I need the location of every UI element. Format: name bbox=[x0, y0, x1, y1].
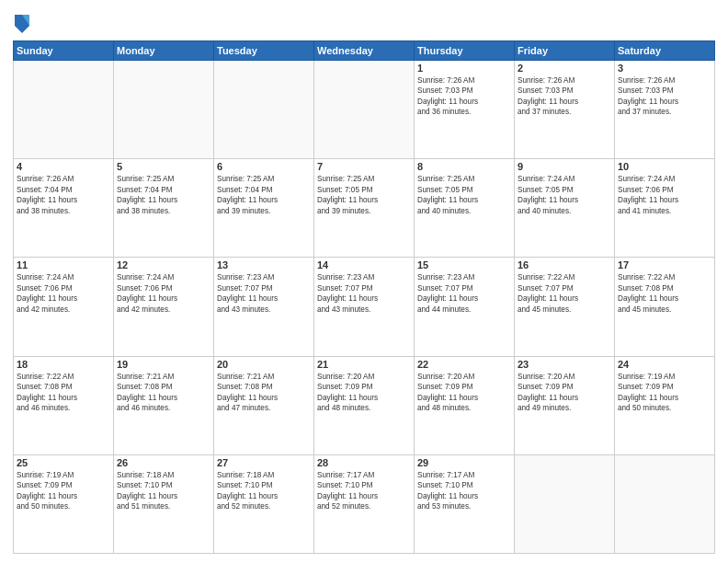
day-number: 22 bbox=[417, 359, 511, 370]
week-row-2: 11Sunrise: 7:24 AM Sunset: 7:06 PM Dayli… bbox=[14, 258, 715, 356]
day-number: 9 bbox=[518, 161, 611, 172]
day-cell-10: 10Sunrise: 7:24 AM Sunset: 7:06 PM Dayli… bbox=[615, 159, 715, 258]
page: SundayMondayTuesdayWednesdayThursdayFrid… bbox=[0, 0, 728, 563]
day-number: 14 bbox=[317, 259, 411, 270]
day-cell-13: 13Sunrise: 7:23 AM Sunset: 7:07 PM Dayli… bbox=[214, 258, 314, 356]
day-info: Sunrise: 7:26 AM Sunset: 7:04 PM Dayligh… bbox=[17, 174, 110, 216]
calendar-table: SundayMondayTuesdayWednesdayThursdayFrid… bbox=[13, 40, 715, 554]
weekday-header-saturday: Saturday bbox=[615, 41, 715, 61]
day-info: Sunrise: 7:18 AM Sunset: 7:10 PM Dayligh… bbox=[217, 470, 311, 512]
weekday-header-friday: Friday bbox=[515, 41, 615, 61]
day-cell-7: 7Sunrise: 7:25 AM Sunset: 7:05 PM Daylig… bbox=[314, 159, 415, 258]
empty-cell bbox=[314, 61, 415, 159]
empty-cell bbox=[14, 61, 114, 159]
day-info: Sunrise: 7:23 AM Sunset: 7:07 PM Dayligh… bbox=[417, 272, 511, 315]
day-cell-4: 4Sunrise: 7:26 AM Sunset: 7:04 PM Daylig… bbox=[14, 159, 114, 258]
day-cell-8: 8Sunrise: 7:25 AM Sunset: 7:05 PM Daylig… bbox=[415, 159, 515, 258]
day-info: Sunrise: 7:19 AM Sunset: 7:09 PM Dayligh… bbox=[17, 470, 110, 512]
week-row-1: 4Sunrise: 7:26 AM Sunset: 7:04 PM Daylig… bbox=[14, 159, 715, 258]
day-number: 6 bbox=[217, 161, 311, 172]
day-cell-20: 20Sunrise: 7:21 AM Sunset: 7:08 PM Dayli… bbox=[214, 356, 314, 454]
day-cell-21: 21Sunrise: 7:20 AM Sunset: 7:09 PM Dayli… bbox=[314, 356, 415, 454]
day-cell-28: 28Sunrise: 7:17 AM Sunset: 7:10 PM Dayli… bbox=[314, 454, 415, 553]
empty-cell bbox=[214, 61, 314, 159]
day-info: Sunrise: 7:24 AM Sunset: 7:06 PM Dayligh… bbox=[17, 272, 110, 315]
empty-cell bbox=[515, 454, 615, 553]
day-cell-29: 29Sunrise: 7:17 AM Sunset: 7:10 PM Dayli… bbox=[415, 454, 515, 553]
weekday-header-thursday: Thursday bbox=[415, 41, 515, 61]
day-number: 1 bbox=[417, 63, 511, 74]
day-number: 12 bbox=[117, 259, 210, 270]
header bbox=[13, 9, 715, 35]
day-cell-12: 12Sunrise: 7:24 AM Sunset: 7:06 PM Dayli… bbox=[114, 258, 214, 356]
day-cell-18: 18Sunrise: 7:22 AM Sunset: 7:08 PM Dayli… bbox=[14, 356, 114, 454]
day-info: Sunrise: 7:25 AM Sunset: 7:05 PM Dayligh… bbox=[317, 174, 411, 216]
logo-icon bbox=[13, 13, 31, 35]
day-info: Sunrise: 7:20 AM Sunset: 7:09 PM Dayligh… bbox=[518, 372, 611, 414]
empty-cell bbox=[615, 454, 715, 553]
day-cell-11: 11Sunrise: 7:24 AM Sunset: 7:06 PM Dayli… bbox=[14, 258, 114, 356]
day-cell-24: 24Sunrise: 7:19 AM Sunset: 7:09 PM Dayli… bbox=[615, 356, 715, 454]
day-info: Sunrise: 7:26 AM Sunset: 7:03 PM Dayligh… bbox=[618, 75, 711, 118]
day-info: Sunrise: 7:24 AM Sunset: 7:05 PM Dayligh… bbox=[518, 174, 611, 216]
day-number: 27 bbox=[217, 457, 311, 468]
day-cell-1: 1Sunrise: 7:26 AM Sunset: 7:03 PM Daylig… bbox=[415, 61, 515, 159]
week-row-4: 25Sunrise: 7:19 AM Sunset: 7:09 PM Dayli… bbox=[14, 454, 715, 553]
day-info: Sunrise: 7:22 AM Sunset: 7:08 PM Dayligh… bbox=[17, 372, 110, 414]
day-cell-25: 25Sunrise: 7:19 AM Sunset: 7:09 PM Dayli… bbox=[14, 454, 114, 553]
day-cell-19: 19Sunrise: 7:21 AM Sunset: 7:08 PM Dayli… bbox=[114, 356, 214, 454]
day-number: 24 bbox=[618, 359, 711, 370]
day-cell-2: 2Sunrise: 7:26 AM Sunset: 7:03 PM Daylig… bbox=[515, 61, 615, 159]
day-number: 10 bbox=[618, 161, 711, 172]
day-number: 23 bbox=[518, 359, 611, 370]
day-number: 28 bbox=[317, 457, 411, 468]
day-info: Sunrise: 7:25 AM Sunset: 7:05 PM Dayligh… bbox=[417, 174, 511, 216]
day-info: Sunrise: 7:24 AM Sunset: 7:06 PM Dayligh… bbox=[117, 272, 210, 315]
day-number: 13 bbox=[217, 259, 311, 270]
day-info: Sunrise: 7:22 AM Sunset: 7:07 PM Dayligh… bbox=[518, 272, 611, 315]
day-info: Sunrise: 7:19 AM Sunset: 7:09 PM Dayligh… bbox=[618, 372, 711, 414]
week-row-3: 18Sunrise: 7:22 AM Sunset: 7:08 PM Dayli… bbox=[14, 356, 715, 454]
day-info: Sunrise: 7:17 AM Sunset: 7:10 PM Dayligh… bbox=[317, 470, 411, 512]
day-number: 15 bbox=[417, 259, 511, 270]
day-info: Sunrise: 7:21 AM Sunset: 7:08 PM Dayligh… bbox=[117, 372, 210, 414]
weekday-header-wednesday: Wednesday bbox=[314, 41, 415, 61]
day-cell-22: 22Sunrise: 7:20 AM Sunset: 7:09 PM Dayli… bbox=[415, 356, 515, 454]
logo bbox=[13, 13, 35, 35]
weekday-header-row: SundayMondayTuesdayWednesdayThursdayFrid… bbox=[14, 41, 715, 61]
day-number: 20 bbox=[217, 359, 311, 370]
day-info: Sunrise: 7:24 AM Sunset: 7:06 PM Dayligh… bbox=[618, 174, 711, 216]
day-cell-26: 26Sunrise: 7:18 AM Sunset: 7:10 PM Dayli… bbox=[114, 454, 214, 553]
day-info: Sunrise: 7:21 AM Sunset: 7:08 PM Dayligh… bbox=[217, 372, 311, 414]
day-info: Sunrise: 7:26 AM Sunset: 7:03 PM Dayligh… bbox=[518, 75, 611, 118]
day-info: Sunrise: 7:23 AM Sunset: 7:07 PM Dayligh… bbox=[317, 272, 411, 315]
day-info: Sunrise: 7:20 AM Sunset: 7:09 PM Dayligh… bbox=[417, 372, 511, 414]
day-number: 16 bbox=[518, 259, 611, 270]
weekday-header-sunday: Sunday bbox=[14, 41, 114, 61]
day-number: 29 bbox=[417, 457, 511, 468]
day-info: Sunrise: 7:22 AM Sunset: 7:08 PM Dayligh… bbox=[618, 272, 711, 315]
day-number: 2 bbox=[518, 63, 611, 74]
day-info: Sunrise: 7:25 AM Sunset: 7:04 PM Dayligh… bbox=[217, 174, 311, 216]
day-number: 21 bbox=[317, 359, 411, 370]
day-number: 26 bbox=[117, 457, 210, 468]
day-number: 5 bbox=[117, 161, 210, 172]
day-info: Sunrise: 7:17 AM Sunset: 7:10 PM Dayligh… bbox=[417, 470, 511, 512]
day-number: 18 bbox=[17, 359, 110, 370]
day-number: 4 bbox=[17, 161, 110, 172]
day-info: Sunrise: 7:18 AM Sunset: 7:10 PM Dayligh… bbox=[117, 470, 210, 512]
day-number: 3 bbox=[618, 63, 711, 74]
week-row-0: 1Sunrise: 7:26 AM Sunset: 7:03 PM Daylig… bbox=[14, 61, 715, 159]
day-number: 7 bbox=[317, 161, 411, 172]
day-info: Sunrise: 7:26 AM Sunset: 7:03 PM Dayligh… bbox=[417, 75, 511, 118]
weekday-header-tuesday: Tuesday bbox=[214, 41, 314, 61]
day-info: Sunrise: 7:23 AM Sunset: 7:07 PM Dayligh… bbox=[217, 272, 311, 315]
day-cell-6: 6Sunrise: 7:25 AM Sunset: 7:04 PM Daylig… bbox=[214, 159, 314, 258]
day-info: Sunrise: 7:25 AM Sunset: 7:04 PM Dayligh… bbox=[117, 174, 210, 216]
empty-cell bbox=[114, 61, 214, 159]
day-cell-5: 5Sunrise: 7:25 AM Sunset: 7:04 PM Daylig… bbox=[114, 159, 214, 258]
day-number: 19 bbox=[117, 359, 210, 370]
day-number: 8 bbox=[417, 161, 511, 172]
day-number: 25 bbox=[17, 457, 110, 468]
day-cell-17: 17Sunrise: 7:22 AM Sunset: 7:08 PM Dayli… bbox=[615, 258, 715, 356]
